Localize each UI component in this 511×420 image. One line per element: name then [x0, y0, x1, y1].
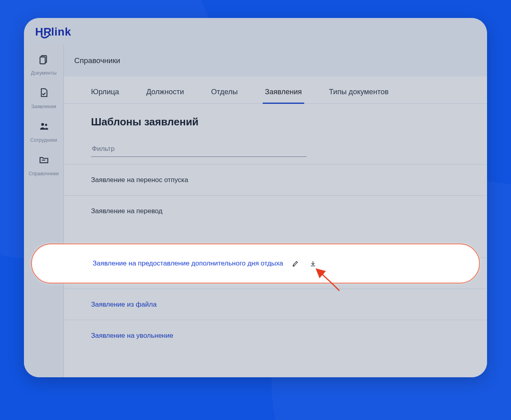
tab-positions[interactable]: Должности [146, 87, 184, 103]
list-item[interactable]: Заявление на перевод [64, 195, 487, 226]
brand-logo: HR link [35, 26, 75, 39]
app-window: HR link Документы Заявления Сотрудники [24, 18, 487, 377]
list-item-title[interactable]: Заявление на увольнение [91, 332, 173, 340]
sidebar-item-label: Сотрудники [30, 137, 57, 143]
breadcrumb: Справочники [64, 45, 487, 76]
filter-input[interactable] [91, 143, 307, 157]
tab-legal-entities[interactable]: Юрлица [91, 87, 119, 103]
documents-icon [24, 54, 63, 67]
sidebar-item-directories[interactable]: Справочники [24, 155, 63, 177]
directories-icon [24, 155, 63, 167]
applications-icon [24, 87, 63, 100]
panel: Юрлица Должности Отделы Заявления Типы д… [64, 76, 487, 377]
sidebar-item-label: Заявления [31, 104, 56, 109]
highlighted-row[interactable]: Заявление на предоставление дополнительн… [31, 244, 480, 283]
svg-point-4 [41, 123, 44, 126]
section-title: Шаблоны заявлений [64, 104, 487, 139]
sidebar-item-documents[interactable]: Документы [24, 54, 63, 76]
list-item-title[interactable]: Заявление на перевод [91, 207, 162, 215]
list-item-title[interactable]: Заявление на перенос отпуска [91, 176, 188, 184]
svg-text:HR: HR [35, 26, 51, 38]
svg-point-5 [45, 124, 47, 126]
tab-applications[interactable]: Заявления [265, 87, 302, 103]
list-item[interactable]: Заявление на перенос отпуска [64, 164, 487, 195]
list-item-title[interactable]: Заявление на предоставление дополнительн… [93, 260, 283, 267]
content-area: Справочники Юрлица Должности Отделы Заяв… [64, 45, 487, 377]
download-icon[interactable] [308, 258, 318, 269]
sidebar-item-employees[interactable]: Сотрудники [24, 121, 63, 143]
list-item[interactable]: Заявление на увольнение [64, 320, 487, 351]
sidebar-item-label: Документы [31, 70, 56, 76]
tab-document-types[interactable]: Типы документов [329, 87, 388, 103]
list-item-title[interactable]: Заявление из файла [91, 301, 156, 309]
tabs: Юрлица Должности Отделы Заявления Типы д… [64, 76, 487, 104]
svg-text:link: link [51, 26, 71, 38]
list-item[interactable]: Заявление из файла [64, 289, 487, 320]
sidebar: Документы Заявления Сотрудники Справочни… [24, 45, 64, 377]
employees-icon [24, 121, 63, 134]
sidebar-item-label: Справочники [29, 171, 59, 176]
filter-container [64, 139, 487, 157]
svg-rect-3 [40, 57, 45, 64]
edit-icon[interactable] [290, 258, 301, 269]
sidebar-item-applications[interactable]: Заявления [24, 87, 63, 110]
tab-departments[interactable]: Отделы [211, 87, 238, 103]
